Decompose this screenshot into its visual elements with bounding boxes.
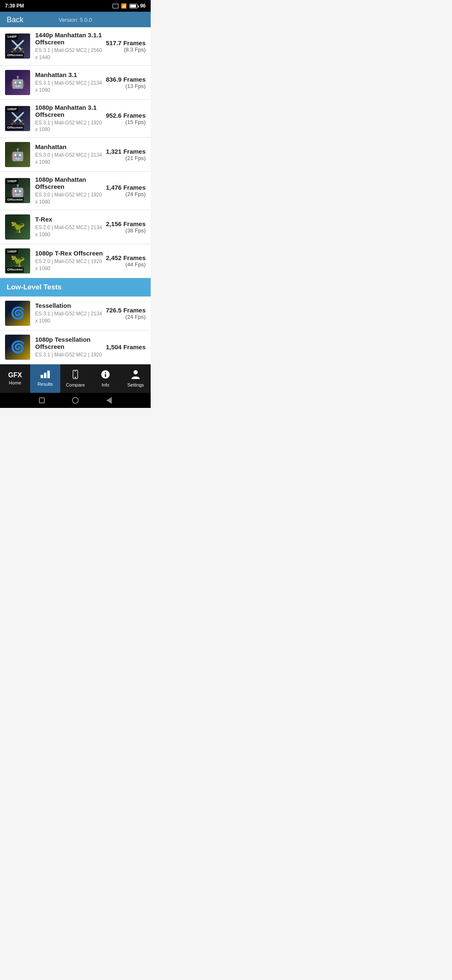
benchmark-score-manhattan-1440p: 517.7 Frames (8.3 Fps): [104, 39, 146, 53]
benchmark-info-manhattan-1440p: 1440p Manhattan 3.1.1 Offscreen ES 3.1 |…: [35, 31, 104, 61]
benchmark-name-manhattan: Manhattan: [35, 143, 104, 150]
nav-item-settings[interactable]: Settings: [121, 364, 151, 393]
thumb-figure-manhattan-31: 🤖: [5, 70, 30, 95]
benchmark-item-trex[interactable]: 🦖 T-Rex ES 2.0 | Mali-G52 MC2 | 2134 x 1…: [0, 210, 151, 244]
benchmark-score-manhattan: 1,321 Frames (21 Fps): [104, 148, 146, 161]
score-fps-manhattan-31: (13 Fps): [104, 83, 146, 89]
score-frames-manhattan: 1,321 Frames: [104, 148, 146, 155]
score-fps-manhattan-1080p-offscreen: (24 Fps): [104, 191, 146, 197]
thumb-tessellation: 🌀: [5, 301, 30, 326]
benchmark-meta-manhattan-1080p-offscreen: ES 3.0 | Mali-G52 MC2 | 1920 x 1080: [35, 191, 104, 206]
benchmark-meta-manhattan-1080p: ES 3.1 | Mali-G52 MC2 | 1920 x 1080: [35, 119, 104, 134]
thumb-manhattan-1440p: 1440P Offscreen ⚔️: [5, 34, 30, 59]
benchmark-meta-trex-1080p: ES 2.0 | Mali-G52 MC2 | 1920 x 1080: [35, 258, 104, 272]
score-fps-manhattan-1080p: (15 Fps): [104, 119, 146, 125]
benchmark-info-tessellation-1080p: 1080p Tessellation Offscreen ES 3.1 | Ma…: [35, 336, 104, 358]
nav-item-info[interactable]: Info: [90, 364, 121, 393]
benchmark-name-manhattan-1440p: 1440p Manhattan 3.1.1 Offscreen: [35, 31, 104, 46]
nav-home-label: Home: [9, 380, 21, 385]
nav-item-results[interactable]: Results: [30, 364, 60, 393]
benchmark-item-trex-1080p[interactable]: 1080P Offscreen 🦖 1080p T-Rex Offscreen …: [0, 244, 151, 278]
thumb-manhattan-1080p-offscreen: 1080P Offscreen 🤖: [5, 178, 30, 203]
benchmark-score-manhattan-31: 836.9 Frames (13 Fps): [104, 76, 146, 89]
nav-info-label: Info: [102, 382, 109, 387]
benchmark-item-manhattan[interactable]: 🤖 Manhattan ES 3.0 | Mali-G52 MC2 | 2134…: [0, 138, 151, 172]
benchmark-name-manhattan-1080p-offscreen: 1080p Manhattan Offscreen: [35, 176, 104, 190]
benchmark-item-tessellation-1080p[interactable]: 🌀 1080p Tessellation Offscreen ES 3.1 | …: [0, 330, 151, 364]
benchmark-name-manhattan-31: Manhattan 3.1: [35, 71, 104, 78]
status-time: 7:39 PM: [5, 3, 24, 9]
benchmark-meta-manhattan: ES 3.0 | Mali-G52 MC2 | 2134 x 1080: [35, 152, 104, 166]
benchmark-list: 1440P Offscreen ⚔️ 1440p Manhattan 3.1.1…: [0, 27, 151, 278]
nav-results-label: Results: [38, 382, 53, 387]
score-frames-manhattan-1080p: 952.6 Frames: [104, 112, 146, 119]
score-fps-tessellation: (24 Fps): [104, 314, 146, 320]
benchmark-info-tessellation: Tessellation ES 3.1 | Mali-G52 MC2 | 213…: [35, 302, 104, 325]
thumb-figure-manhattan: 🤖: [5, 142, 30, 167]
nav-gfx-label: GFX: [8, 371, 22, 379]
svg-point-9: [134, 370, 138, 374]
score-frames-manhattan-1440p: 517.7 Frames: [104, 39, 146, 46]
section-header-low-level: Low-Level Tests: [0, 278, 151, 297]
benchmark-item-tessellation[interactable]: 🌀 Tessellation ES 3.1 | Mali-G52 MC2 | 2…: [0, 297, 151, 330]
content-area: 1440P Offscreen ⚔️ 1440p Manhattan 3.1.1…: [0, 27, 151, 364]
thumb-manhattan: 🤖: [5, 142, 30, 167]
wifi-icon: 📶: [121, 3, 127, 9]
benchmark-info-manhattan-31: Manhattan 3.1 ES 3.1 | Mali-G52 MC2 | 21…: [35, 71, 104, 94]
benchmark-info-manhattan-1080p-offscreen: 1080p Manhattan Offscreen ES 3.0 | Mali-…: [35, 176, 104, 206]
sys-back-btn[interactable]: [105, 396, 113, 405]
benchmark-item-manhattan-1080p-offscreen[interactable]: 1080P Offscreen 🤖 1080p Manhattan Offscr…: [0, 172, 151, 210]
status-bar: 7:39 PM 📶 96: [0, 0, 151, 12]
benchmark-name-tessellation: Tessellation: [35, 302, 104, 309]
score-frames-trex-1080p: 2,452 Frames: [104, 254, 146, 261]
system-bar: [0, 393, 151, 408]
benchmark-score-manhattan-1080p-offscreen: 1,476 Frames (24 Fps): [104, 184, 146, 197]
benchmark-info-trex-1080p: 1080p T-Rex Offscreen ES 2.0 | Mali-G52 …: [35, 250, 104, 272]
benchmark-name-manhattan-1080p: 1080p Manhattan 3.1 Offscreen: [35, 104, 104, 118]
benchmark-item-manhattan-1440p[interactable]: 1440P Offscreen ⚔️ 1440p Manhattan 3.1.1…: [0, 27, 151, 66]
benchmark-name-trex: T-Rex: [35, 216, 104, 223]
low-level-list: 🌀 Tessellation ES 3.1 | Mali-G52 MC2 | 2…: [0, 297, 151, 364]
benchmark-meta-tessellation: ES 3.1 | Mali-G52 MC2 | 2134 x 1080: [35, 310, 104, 325]
battery-level: 96: [140, 3, 146, 9]
score-frames-trex: 2,156 Frames: [104, 220, 146, 227]
benchmark-item-manhattan-1080p[interactable]: 1080P Offscreen ⚔️ 1080p Manhattan 3.1 O…: [0, 100, 151, 138]
svg-rect-2: [47, 371, 50, 378]
thumb-figure-tessellation-1080p: 🌀: [5, 335, 30, 360]
score-fps-manhattan: (21 Fps): [104, 155, 146, 161]
benchmark-meta-trex: ES 2.0 | Mali-G52 MC2 | 2134 x 1080: [35, 224, 104, 238]
thumb-manhattan-31: 🤖: [5, 70, 30, 95]
phone-icon: [72, 370, 79, 381]
svg-rect-0: [41, 375, 43, 378]
bars-icon: [41, 371, 50, 380]
svg-point-5: [75, 377, 76, 378]
benchmark-item-manhattan-31[interactable]: 🤖 Manhattan 3.1 ES 3.1 | Mali-G52 MC2 | …: [0, 66, 151, 100]
thumb-figure-trex: 🦖: [5, 214, 30, 240]
sys-square-icon: [39, 397, 45, 403]
svg-rect-8: [105, 374, 106, 377]
score-frames-manhattan-31: 836.9 Frames: [104, 76, 146, 83]
score-frames-manhattan-1080p-offscreen: 1,476 Frames: [104, 184, 146, 191]
thumb-figure-manhattan-1080p-offscreen: 🤖: [5, 178, 30, 203]
sys-home-btn[interactable]: [71, 396, 80, 405]
battery-icon: [129, 4, 138, 8]
benchmark-meta-manhattan-31: ES 3.1 | Mali-G52 MC2 | 2134 x 1080: [35, 80, 104, 94]
info-icon: [101, 370, 110, 381]
thumb-figure-manhattan-1080p: ⚔️: [5, 106, 30, 131]
benchmark-meta-tessellation-1080p: ES 3.1 | Mali-G52 MC2 | 1920: [35, 351, 104, 358]
thumb-figure-tessellation: 🌀: [5, 301, 30, 326]
person-icon: [131, 370, 140, 381]
nav-item-compare[interactable]: Compare: [60, 364, 90, 393]
nav-item-home[interactable]: GFX Home: [0, 364, 30, 393]
sys-square-btn[interactable]: [38, 396, 46, 405]
score-frames-tessellation-1080p: 1,504 Frames: [104, 343, 146, 351]
screen-icon: [113, 4, 118, 8]
benchmark-meta-manhattan-1440p: ES 3.1 | Mali-G52 MC2 | 2560 x 1440: [35, 47, 104, 61]
thumb-figure-manhattan-1440p: ⚔️: [5, 34, 30, 59]
back-button[interactable]: Back: [7, 15, 23, 24]
battery-fill: [130, 5, 136, 8]
thumb-figure-trex-1080p: 🦖: [5, 248, 30, 273]
header: Back Version: 5.0.0: [0, 12, 151, 27]
benchmark-info-trex: T-Rex ES 2.0 | Mali-G52 MC2 | 2134 x 108…: [35, 216, 104, 238]
benchmark-info-manhattan-1080p: 1080p Manhattan 3.1 Offscreen ES 3.1 | M…: [35, 104, 104, 134]
